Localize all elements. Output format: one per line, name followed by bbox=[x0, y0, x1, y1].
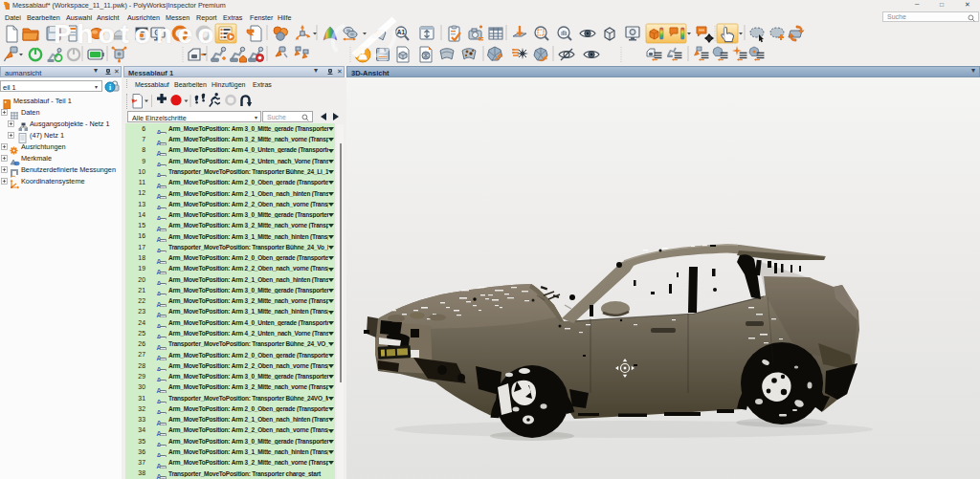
svg-text:i: i bbox=[109, 83, 111, 92]
